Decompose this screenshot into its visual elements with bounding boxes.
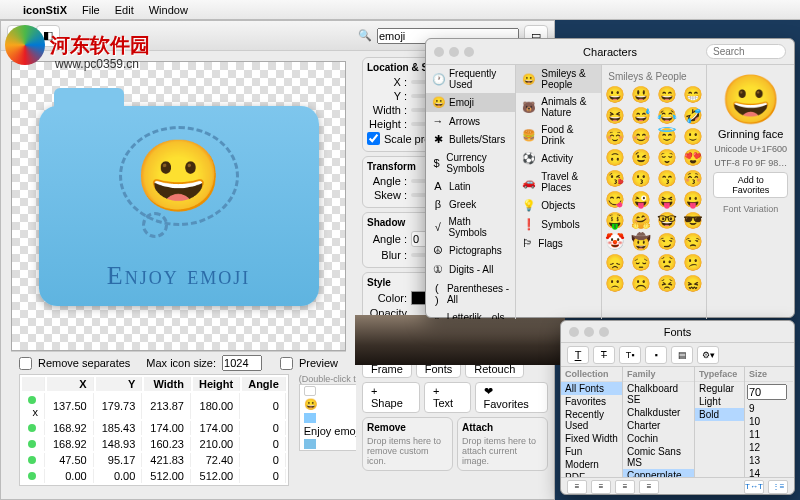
category-item[interactable]: 🕐Frequently Used: [426, 65, 515, 93]
font-item[interactable]: 9: [745, 402, 793, 415]
category-item[interactable]: $Currency Symbols: [426, 149, 515, 177]
subcategory-item[interactable]: 🍔Food & Drink: [516, 121, 601, 149]
emoji-cell[interactable]: 😕: [683, 253, 703, 272]
emoji-cell[interactable]: 🤑: [605, 211, 625, 230]
font-item[interactable]: Comic Sans MS: [623, 445, 694, 469]
subcategory-item[interactable]: 🏳Flags: [516, 234, 601, 252]
speech-bubble[interactable]: 😀: [119, 126, 239, 226]
emoji-cell[interactable]: 😁: [683, 85, 703, 104]
add-shape-button[interactable]: + Shape: [362, 382, 420, 413]
emoji-cell[interactable]: 😂: [657, 106, 677, 125]
emoji-cell[interactable]: 😝: [657, 190, 677, 209]
emoji-cell[interactable]: 😜: [631, 190, 651, 209]
emoji-cell[interactable]: 😞: [605, 253, 625, 272]
collection-col[interactable]: CollectionAll FontsFavoritesRecently Use…: [561, 367, 623, 477]
font-item[interactable]: PDF: [561, 471, 622, 477]
family-col[interactable]: FamilyChalkboard SEChalkdusterCharterCoc…: [623, 367, 695, 477]
characters-search[interactable]: [706, 44, 786, 59]
font-item[interactable]: Copperplate: [623, 469, 694, 477]
emoji-cell[interactable]: 🤓: [657, 211, 677, 230]
preview-check[interactable]: [280, 357, 293, 370]
category-list-1[interactable]: 🕐Frequently Used😀Emoji→Arrows✱Bullets/St…: [426, 65, 516, 319]
emoji-cell[interactable]: 😖: [683, 274, 703, 293]
category-list-2[interactable]: 😀Smileys & People🐻Animals & Nature🍔Food …: [516, 65, 602, 319]
font-item[interactable]: Regular: [695, 382, 744, 395]
emoji-cell[interactable]: 😔: [631, 253, 651, 272]
remove-separates-check[interactable]: [19, 357, 32, 370]
emoji-face[interactable]: 😀: [135, 141, 222, 211]
add-text-button[interactable]: + Text: [424, 382, 471, 413]
folder-icon[interactable]: 😀 Enjoy emoji: [39, 106, 319, 306]
emoji-cell[interactable]: 😌: [657, 148, 677, 167]
emoji-cell[interactable]: 🤣: [683, 106, 703, 125]
emoji-cell[interactable]: 😛: [683, 190, 703, 209]
traffic-lights[interactable]: [434, 47, 474, 57]
font-item[interactable]: Fixed Width: [561, 432, 622, 445]
font-item[interactable]: Fun: [561, 445, 622, 458]
font-item[interactable]: 10: [745, 415, 793, 428]
align-right-icon[interactable]: ≡: [615, 480, 635, 494]
emoji-cell[interactable]: ☹️: [631, 274, 651, 293]
category-item[interactable]: √Math Symbols: [426, 213, 515, 241]
emoji-cell[interactable]: 🙃: [605, 148, 625, 167]
strike-icon[interactable]: T̶: [593, 346, 615, 364]
subcategory-item[interactable]: 💡Objects: [516, 196, 601, 215]
underline-icon[interactable]: T: [567, 346, 589, 364]
subcategory-item[interactable]: ⚽Activity: [516, 149, 601, 168]
font-item[interactable]: Favorites: [561, 395, 622, 408]
emoji-cell[interactable]: 🤠: [631, 232, 651, 251]
list-icon[interactable]: ⋮≡: [768, 480, 788, 494]
justify-icon[interactable]: ≡: [639, 480, 659, 494]
category-item[interactable]: ✱Bullets/Stars: [426, 130, 515, 149]
font-item[interactable]: Charter: [623, 419, 694, 432]
subcategory-item[interactable]: 🐻Animals & Nature: [516, 93, 601, 121]
emoji-cell[interactable]: 😆: [605, 106, 625, 125]
gear-icon[interactable]: ⚙▾: [697, 346, 719, 364]
canvas[interactable]: 😀 Enjoy emoji: [11, 61, 346, 351]
emoji-cell[interactable]: 😘: [605, 169, 625, 188]
emoji-cell[interactable]: 😋: [605, 190, 625, 209]
emoji-cell[interactable]: 😒: [683, 232, 703, 251]
emoji-cell[interactable]: 🙂: [683, 127, 703, 146]
emoji-cell[interactable]: 🤗: [631, 211, 651, 230]
subcategory-item[interactable]: 🚗Travel & Places: [516, 168, 601, 196]
font-item[interactable]: Chalkduster: [623, 406, 694, 419]
font-item[interactable]: Modern: [561, 458, 622, 471]
text-color-icon[interactable]: T▪: [619, 346, 641, 364]
emoji-cell[interactable]: 🙁: [605, 274, 625, 293]
font-item[interactable]: 13: [745, 454, 793, 467]
subcategory-item[interactable]: 😀Smileys & People: [516, 65, 601, 93]
emoji-cell[interactable]: 😣: [657, 274, 677, 293]
emoji-cell[interactable]: 😚: [683, 169, 703, 188]
category-item[interactable]: ☮Pictographs: [426, 241, 515, 260]
menu-file[interactable]: File: [82, 4, 100, 16]
font-item[interactable]: Light: [695, 395, 744, 408]
category-item[interactable]: ( )Parentheses - All: [426, 279, 515, 309]
category-item[interactable]: ①Digits - All: [426, 260, 515, 279]
folder-text[interactable]: Enjoy emoji: [39, 261, 319, 291]
spacing-icon[interactable]: T↔T: [744, 480, 764, 494]
emoji-cell[interactable]: 😗: [631, 169, 651, 188]
font-item[interactable]: 14: [745, 467, 793, 477]
category-item[interactable]: ALatin: [426, 177, 515, 195]
size-col[interactable]: Size 9101112131418: [745, 367, 793, 477]
emoji-cell[interactable]: ☺️: [605, 127, 625, 146]
emoji-cell[interactable]: 😅: [631, 106, 651, 125]
layer-table[interactable]: XY WidthHeight Angle x137.50179.73213.87…: [19, 374, 289, 486]
app-name[interactable]: iconStiX: [23, 4, 67, 16]
scale-check[interactable]: [367, 132, 380, 145]
emoji-cell[interactable]: 😀: [605, 85, 625, 104]
favorites-button[interactable]: ❤ Favorites: [475, 382, 548, 413]
category-item[interactable]: →Arrows: [426, 112, 515, 130]
font-item[interactable]: All Fonts: [561, 382, 622, 395]
emoji-cell[interactable]: 😉: [631, 148, 651, 167]
font-item[interactable]: Chalkboard SE: [623, 382, 694, 406]
align-left-icon[interactable]: ≡: [567, 480, 587, 494]
emoji-cell[interactable]: 😊: [631, 127, 651, 146]
emoji-cell[interactable]: 😃: [631, 85, 651, 104]
font-item[interactable]: Recently Used: [561, 408, 622, 432]
emoji-cell[interactable]: 😎: [683, 211, 703, 230]
emoji-cell[interactable]: 🤡: [605, 232, 625, 251]
subcategory-item[interactable]: ❗Symbols: [516, 215, 601, 234]
category-item[interactable]: 😀Emoji: [426, 93, 515, 112]
